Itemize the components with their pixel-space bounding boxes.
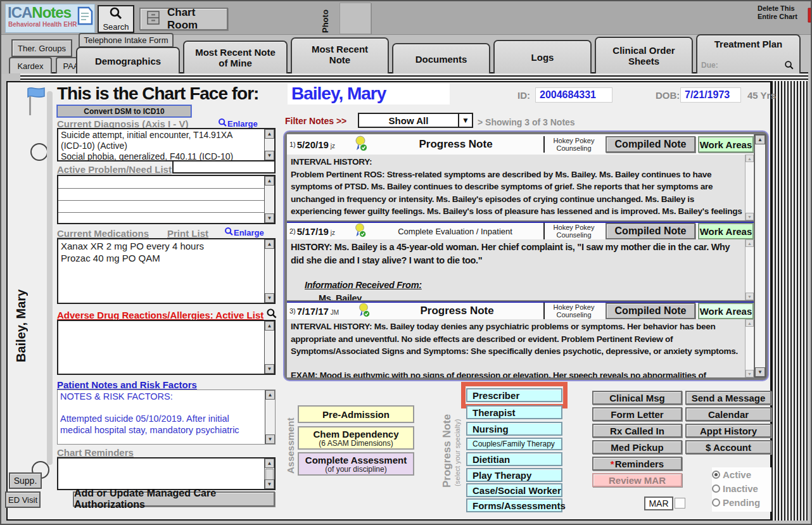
scroll-up-icon[interactable] bbox=[265, 321, 274, 331]
pre-admission-button[interactable]: Pre-Admission bbox=[298, 405, 414, 423]
tab-most-recent-note[interactable]: Most Recent Note bbox=[291, 37, 389, 73]
radio-active[interactable]: Active bbox=[712, 467, 771, 481]
scroll-up-icon[interactable] bbox=[745, 319, 754, 327]
scroll-up-icon[interactable] bbox=[265, 390, 275, 400]
progress-note-nursing-button[interactable]: Nursing bbox=[466, 422, 562, 436]
note-scrollbar[interactable] bbox=[745, 155, 754, 220]
scroll-up-icon[interactable] bbox=[265, 176, 274, 186]
treatment-plan-search-icon[interactable] bbox=[784, 60, 794, 72]
form-letter-button[interactable]: Form Letter bbox=[592, 407, 682, 421]
note-row-header[interactable]: 1) 5/20/19 jz Progress Note Hokey Pokey … bbox=[287, 134, 754, 155]
appt-history-button[interactable]: Appt History bbox=[685, 424, 771, 438]
ther-groups-button[interactable]: Ther. Groups bbox=[11, 39, 72, 57]
chart-room-button[interactable]: Chart Room bbox=[139, 8, 228, 30]
progress-note-play-therapy-button[interactable]: Play Therapy bbox=[466, 468, 562, 482]
scroll-up-icon[interactable] bbox=[755, 135, 765, 144]
dropdown-caret-icon[interactable] bbox=[458, 114, 472, 127]
scroll-down-icon[interactable] bbox=[745, 293, 754, 300]
scrollbar[interactable] bbox=[264, 321, 274, 374]
radio-pending[interactable]: Pending bbox=[712, 495, 771, 509]
scroll-thumb[interactable] bbox=[265, 469, 274, 480]
print-list-link[interactable]: Print List bbox=[167, 228, 208, 239]
allergies-listbox[interactable] bbox=[57, 320, 276, 375]
tab-demographics[interactable]: Demographics bbox=[76, 47, 180, 73]
note-body[interactable]: INTERVAL HISTORY: Problem Pertinent ROS:… bbox=[287, 155, 754, 220]
scroll-down-icon[interactable] bbox=[265, 364, 274, 374]
scroll-down-icon[interactable] bbox=[265, 151, 274, 160]
radio-inactive[interactable]: Inactive bbox=[712, 481, 771, 495]
status-circle-top[interactable] bbox=[30, 143, 48, 161]
chart-reminders-listbox[interactable] bbox=[57, 457, 276, 490]
scroll-up-icon[interactable] bbox=[745, 155, 754, 162]
risk-factors-listbox[interactable]: NOTES & RISK FACTORS: Attempted suicide … bbox=[57, 389, 276, 445]
notes-panel-scrollbar[interactable] bbox=[754, 134, 766, 377]
tab-clinical-order-sheets[interactable]: Clinical Order Sheets bbox=[595, 37, 693, 73]
note-scrollbar[interactable] bbox=[745, 319, 754, 377]
scroll-down-icon[interactable] bbox=[755, 367, 765, 377]
note-scrollbar[interactable] bbox=[745, 239, 754, 300]
progress-note-dietitian-button[interactable]: Dietitian bbox=[466, 452, 562, 466]
radio-button-icon[interactable] bbox=[712, 471, 720, 479]
compiled-note-button[interactable]: Compiled Note bbox=[606, 223, 695, 239]
complete-assessment-button[interactable]: Complete Assessment (of your discipline) bbox=[298, 452, 414, 476]
mar-checkbox[interactable] bbox=[675, 498, 685, 509]
scroll-down-icon[interactable] bbox=[745, 370, 754, 377]
scroll-up-icon[interactable] bbox=[265, 129, 274, 139]
supp-button[interactable]: Supp. bbox=[9, 472, 42, 489]
chem-dependency-button[interactable]: Chem Dependency (6 ASAM Dimensions) bbox=[298, 426, 414, 450]
risk-factors-label[interactable]: Patient Notes and Risk Factors bbox=[57, 379, 197, 390]
note-row-header[interactable]: 2) 5/17/19 jz Complete Evaluation / Inpa… bbox=[287, 222, 754, 239]
medications-enlarge-link[interactable]: Enlarge bbox=[224, 227, 264, 238]
scrollbar[interactable] bbox=[264, 239, 274, 303]
medications-listbox[interactable]: Xanax XR 2 mg PO every 4 hours Prozac 40… bbox=[57, 238, 276, 304]
compiled-note-button[interactable]: Compiled Note bbox=[606, 136, 695, 153]
scroll-up-icon[interactable] bbox=[265, 459, 274, 468]
account-button[interactable]: $ Account bbox=[685, 440, 771, 454]
search-button[interactable]: Search bbox=[98, 5, 134, 33]
tab-kardex[interactable]: Kardex bbox=[9, 57, 52, 73]
ed-visit-button[interactable]: ED Visit bbox=[5, 491, 41, 508]
work-areas-button[interactable]: Work Areas bbox=[698, 136, 754, 153]
progress-note-prescriber-button[interactable]: Prescriber bbox=[466, 388, 562, 402]
progress-note-forms-assessments-button[interactable]: Forms/Assessments bbox=[466, 498, 562, 512]
progress-note-therapist-button[interactable]: Therapist bbox=[466, 405, 562, 419]
med-pickup-button[interactable]: Med Pickup bbox=[592, 440, 682, 454]
scroll-down-icon[interactable] bbox=[745, 213, 754, 220]
radio-button-icon[interactable] bbox=[712, 498, 720, 507]
note-body[interactable]: HISTORY: Ms. Bailey is a 45-year-old wom… bbox=[287, 239, 754, 300]
progress-note-case-social-worker-button[interactable]: Case/Social Worker bbox=[466, 483, 562, 497]
tab-logs[interactable]: Logs bbox=[493, 40, 592, 73]
scrollbar[interactable] bbox=[264, 459, 274, 489]
scroll-down-icon[interactable] bbox=[265, 213, 274, 223]
note-body[interactable]: INTERVAL HISTORY: Ms. Bailey today denie… bbox=[287, 319, 754, 377]
scroll-down-icon[interactable] bbox=[265, 434, 275, 444]
note-row-header[interactable]: 3) 7/17/17 JM Progress Note Hokey Pokey … bbox=[287, 301, 754, 319]
scroll-down-icon[interactable] bbox=[265, 293, 274, 303]
tab-treatment-plan[interactable]: Treatment Plan Due: bbox=[696, 34, 801, 73]
patient-photo-placeholder[interactable] bbox=[339, 3, 371, 34]
scroll-up-icon[interactable] bbox=[265, 239, 274, 249]
compiled-note-button[interactable]: Compiled Note bbox=[606, 303, 695, 319]
problem-listbox[interactable] bbox=[57, 175, 276, 224]
tab-telephone-intake-form[interactable]: Telephone Intake Form bbox=[79, 33, 174, 47]
work-areas-button[interactable]: Work Areas bbox=[698, 303, 754, 319]
convert-dsm-icd10-button[interactable]: Convert DSM to ICD10 bbox=[57, 105, 191, 117]
problem-list-input[interactable] bbox=[172, 160, 276, 174]
scrollbar[interactable] bbox=[265, 390, 275, 444]
scrollbar[interactable] bbox=[264, 129, 274, 160]
calendar-button[interactable]: Calendar bbox=[685, 407, 771, 421]
progress-note-couples-family-button[interactable]: Couples/Family Therapy bbox=[466, 438, 562, 450]
managed-care-button[interactable]: Add or Update Managed Care Authorization… bbox=[73, 491, 275, 507]
diagnosis-listbox[interactable]: Suicide attempt, initial encounter, T14.… bbox=[57, 128, 276, 161]
work-areas-button[interactable]: Work Areas bbox=[698, 223, 754, 239]
tab-most-recent-note-of-mine[interactable]: Most Recent Note of Mine bbox=[183, 41, 288, 73]
rx-called-in-button[interactable]: Rx Called In bbox=[592, 424, 682, 438]
reminders-button[interactable]: * Reminders bbox=[592, 457, 682, 471]
clinical-msg-button[interactable]: Clinical Msg bbox=[592, 391, 682, 405]
scrollbar[interactable] bbox=[264, 176, 274, 223]
delete-chart-button[interactable]: Delete This Entire Chart bbox=[758, 4, 806, 26]
radio-button-icon[interactable] bbox=[712, 484, 720, 493]
filter-notes-dropdown[interactable]: Show All bbox=[358, 113, 473, 128]
send-a-message-button[interactable]: Send a Message bbox=[685, 391, 771, 405]
tab-documents[interactable]: Documents bbox=[392, 43, 490, 73]
